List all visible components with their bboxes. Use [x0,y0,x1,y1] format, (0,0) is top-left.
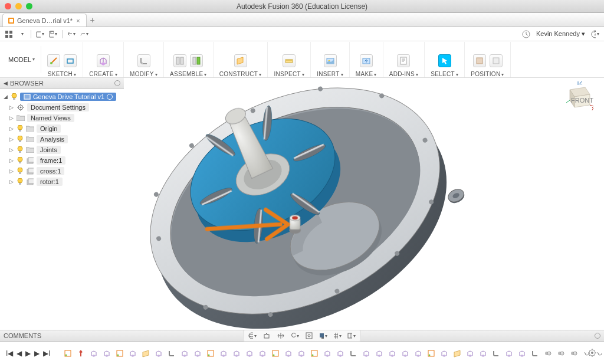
timeline-ext-icon[interactable] [439,348,449,359]
caret-icon[interactable]: ▷ [8,104,14,110]
tree-item[interactable]: ▷Document Settings [1,102,124,113]
tree-root[interactable]: ◢ Geneva Drive Tutorial v1 [1,91,124,102]
timeline-sketch-icon[interactable] [270,348,281,359]
timeline-fil-icon[interactable] [530,348,540,359]
timeline-ext-icon[interactable] [257,348,268,359]
timeline-joint-icon[interactable] [543,348,553,359]
fit-icon[interactable] [305,332,313,340]
caret-icon[interactable]: ◢ [2,94,8,100]
ribbon-group-construct[interactable]: CONSTRUCT [214,42,268,77]
minimize-window-icon[interactable] [15,3,22,9]
visibility-bulb-icon[interactable] [17,125,24,132]
assemble-joint-icon[interactable] [173,54,186,67]
redo-button[interactable] [80,30,88,38]
timeline-pin-icon[interactable] [76,348,86,359]
activate-radio-icon[interactable] [107,94,113,100]
timeline-ext-icon[interactable] [127,348,138,359]
timeline-sketch-icon[interactable] [63,348,73,359]
zoom-window-icon[interactable] [26,3,32,9]
timeline-fil-icon[interactable] [348,348,359,359]
visibility-bulb-icon[interactable] [17,157,24,164]
grid-settings-icon[interactable] [333,332,342,340]
timeline-ext-icon[interactable] [283,348,294,359]
ribbon-group-create[interactable]: CREATE [83,42,124,77]
sketch-create-icon[interactable] [47,54,60,67]
visibility-bulb-icon[interactable] [17,168,24,175]
timeline-ext-icon[interactable] [231,348,242,359]
tree-item[interactable]: ▷rotor:1 [1,176,124,187]
construct-plane-icon[interactable] [234,54,247,67]
visibility-bulb-icon[interactable] [17,136,24,143]
data-panel-dropdown[interactable] [18,30,26,38]
timeline-ext-icon[interactable] [361,348,372,359]
tree-item[interactable]: ▷Origin [1,123,124,134]
position-capture-icon[interactable] [473,54,486,67]
timeline-plane-icon[interactable] [452,348,462,359]
create-extrude-icon[interactable] [97,54,110,67]
timeline-settings-icon[interactable] [587,348,597,359]
inspect-measure-icon[interactable] [283,54,296,67]
tree-item[interactable]: ▷Named Views [1,113,124,123]
comments-pin-icon[interactable] [595,333,600,339]
visibility-bulb-icon[interactable] [17,178,24,185]
visibility-bulb-icon[interactable] [11,93,18,100]
tree-item[interactable]: ▷Joints [1,145,124,155]
ribbon-group-sketch[interactable]: SKETCH [41,42,83,77]
timeline-ext-icon[interactable] [413,348,424,359]
timeline-next-button[interactable]: ▶ [34,349,40,358]
timeline-ext-icon[interactable] [88,348,99,359]
caret-icon[interactable]: ▷ [8,115,14,121]
addins-scripts-icon[interactable] [397,54,410,67]
document-tab[interactable]: Geneva D…rial v1* × [2,14,87,27]
select-arrow-icon[interactable] [438,54,451,67]
tree-item[interactable]: ▷frame:1 [1,155,124,166]
timeline-sketch-icon[interactable] [309,348,320,359]
tree-item[interactable]: ▷cross:1 [1,166,124,176]
timeline-ext-icon[interactable] [478,348,488,359]
timeline-ext-icon[interactable] [335,348,346,359]
timeline-fil-icon[interactable] [491,348,501,359]
caret-icon[interactable]: ▷ [8,147,14,153]
ribbon-group-inspect[interactable]: INSPECT [268,42,311,77]
timeline-first-button[interactable]: I◀ [6,349,13,358]
visibility-bulb-icon[interactable] [17,146,24,153]
zoom-icon[interactable] [291,332,299,340]
viewcube[interactable]: FRONT z x [563,81,593,112]
caret-icon[interactable]: ▷ [8,179,14,185]
pan-icon[interactable] [277,332,285,340]
new-tab-button[interactable]: + [87,15,99,27]
insert-derive-icon[interactable] [324,54,337,67]
pin-icon[interactable] [114,80,120,86]
ribbon-group-assemble[interactable]: ASSEMBLE [164,42,214,77]
timeline-ext-icon[interactable] [101,348,112,359]
timeline-play-button[interactable]: ▶ [25,349,31,358]
timeline-plane-icon[interactable] [140,348,151,359]
modify-fillet-icon[interactable] [137,54,150,67]
position-revert-icon[interactable] [490,54,503,67]
caret-icon[interactable]: ▷ [8,126,14,132]
timeline-last-button[interactable]: ▶I [43,349,50,358]
viewport-layout-icon[interactable] [347,332,356,340]
orbit-icon[interactable] [248,332,257,340]
tree-item[interactable]: ▷Analysis [1,134,124,145]
user-menu[interactable]: Kevin Kennedy ▾ [536,30,585,38]
timeline-prev-button[interactable]: ◀ [17,349,22,358]
timeline-ext-icon[interactable] [322,348,333,359]
timeline-ext-icon[interactable] [517,348,527,359]
save-button[interactable] [49,30,57,38]
timeline-joint-icon[interactable] [569,348,579,359]
assemble-joint2-icon[interactable] [190,54,203,67]
timeline-ext-icon[interactable] [218,348,229,359]
caret-icon[interactable]: ▷ [8,168,14,174]
undo-button[interactable] [67,30,76,38]
timeline-sketch-icon[interactable] [205,348,216,359]
timeline-ext-icon[interactable] [374,348,385,359]
close-tab-icon[interactable]: × [75,17,81,24]
timeline-ext-icon[interactable] [504,348,514,359]
sketch-rectangle-icon[interactable] [64,54,77,67]
help-menu[interactable]: ? [591,30,599,38]
timeline-sketch-icon[interactable] [426,348,436,359]
timeline-ext-icon[interactable] [153,348,164,359]
workspace-switcher[interactable]: MODEL [2,46,41,73]
timeline-sketch-icon[interactable] [114,348,125,359]
